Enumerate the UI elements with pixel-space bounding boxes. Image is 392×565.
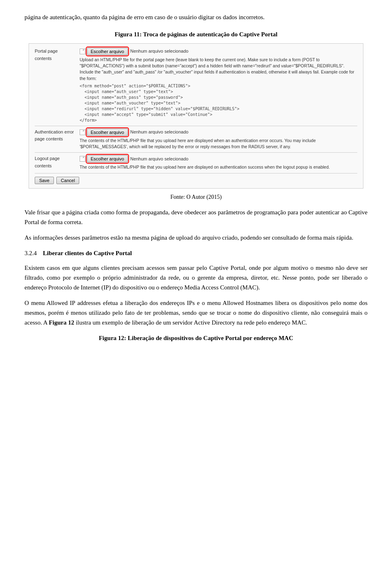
action-buttons: Save Cancel <box>35 177 357 184</box>
portal-page-row: Portal page contents Escolher arquivo Ne… <box>35 48 357 126</box>
paragraph3: Existem casos em que alguns clientes pre… <box>24 263 368 292</box>
logout-page-description: The contents of the HTML/PHP file that y… <box>80 164 357 170</box>
figure11-title: Figura 11: Troca de páginas de autentica… <box>24 29 368 39</box>
paragraph4: O menu Allowed IP addresses efetua a lib… <box>24 298 368 327</box>
logout-upload-row: Escolher arquivo Nenhum arquivo selecion… <box>80 155 357 162</box>
paragraph2: As informações desses parâmetros estão n… <box>24 233 368 242</box>
file-icon-2 <box>80 129 85 135</box>
portal-page-label: Portal page contents <box>35 48 80 123</box>
auth-error-description: The contents of the HTML/PHP file that y… <box>80 138 357 150</box>
save-button[interactable]: Save <box>35 177 54 184</box>
logout-page-content: Escolher arquivo Nenhum arquivo selecion… <box>80 155 357 170</box>
no-file-text-1: Nenhum arquivo selecionado <box>130 48 188 55</box>
auth-error-row: Authentication error page contents Escol… <box>35 129 357 153</box>
portal-page-description: Upload an HTML/PHP file for the portal p… <box>80 57 357 82</box>
logout-page-label: Logout page contents <box>35 155 80 170</box>
logout-page-row: Logout page contents Escolher arquivo Ne… <box>35 155 357 173</box>
choose-file-btn-2[interactable]: Escolher arquivo <box>87 129 128 136</box>
file-icon-3 <box>80 156 85 162</box>
figure11-box: Portal page contents Escolher arquivo Ne… <box>29 43 363 189</box>
section-324-heading: 3.2.4 Liberar clientes do Captive Portal <box>24 248 368 258</box>
choose-file-btn-3[interactable]: Escolher arquivo <box>87 155 128 162</box>
figure12-ref: Figura 12 <box>49 319 74 326</box>
no-file-text-3: Nenhum arquivo selecionado <box>130 156 188 163</box>
auth-error-upload-row: Escolher arquivo Nenhum arquivo selecion… <box>80 129 357 136</box>
auth-error-content: Escolher arquivo Nenhum arquivo selecion… <box>80 129 357 150</box>
figure12-title: Figura 12: Liberação de dispositivos do … <box>24 333 368 343</box>
fonte-text: Fonte: O Autor (2015) <box>24 193 368 202</box>
auth-error-label: Authentication error page contents <box>35 129 80 150</box>
choose-file-btn-1[interactable]: Escolher arquivo <box>87 48 128 55</box>
file-icon-1 <box>80 49 85 54</box>
portal-upload-row: Escolher arquivo Nenhum arquivo selecion… <box>80 48 357 55</box>
paragraph1: Vale frisar que a página criada como for… <box>24 207 368 227</box>
no-file-text-2: Nenhum arquivo selecionado <box>130 129 188 136</box>
cancel-button[interactable]: Cancel <box>56 177 79 184</box>
code-block: <form method="post" action="$PORTAL_ACTI… <box>80 83 357 123</box>
portal-page-content: Escolher arquivo Nenhum arquivo selecion… <box>80 48 357 123</box>
intro-paragraph: página de autenticação, quanto da página… <box>24 12 368 22</box>
